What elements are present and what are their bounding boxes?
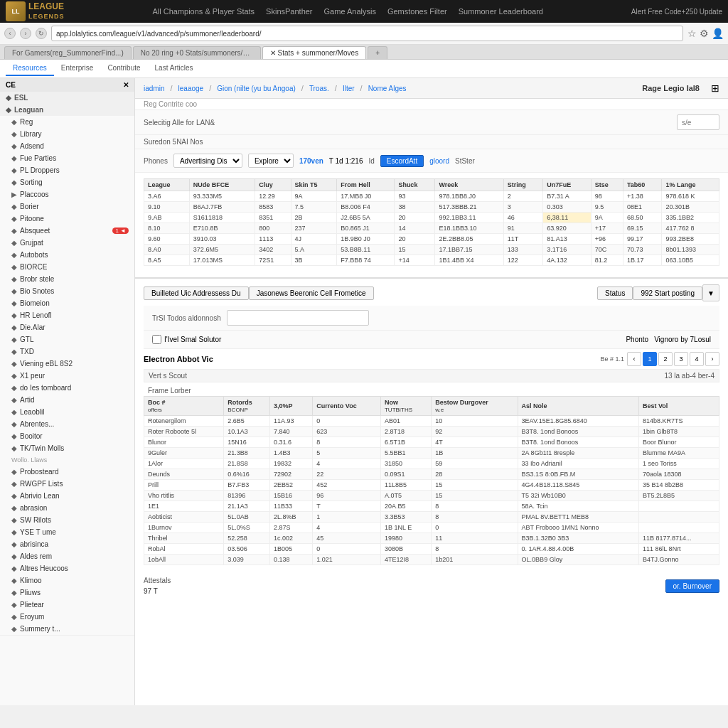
address-bar[interactable]: [51, 26, 683, 41]
tab-3-active[interactable]: ✕ Stats + summoner/Moves: [262, 46, 366, 59]
sidebar-item-biosnotes[interactable]: ◆ Bio Snotes: [0, 285, 134, 297]
breadcrumb-nome[interactable]: Nome Alges: [368, 85, 407, 92]
breadcrumb-ilter[interactable]: Ilter: [343, 85, 355, 92]
sidebar-item-summery[interactable]: ◆ Summery t...: [0, 623, 134, 635]
sidebar-item-fueparties[interactable]: ◆ Fue Parties: [0, 152, 134, 164]
sidebar-item-hrlenofl[interactable]: ◆ HR Lenofl: [0, 309, 134, 321]
sidebar-item-txd[interactable]: ◆ TXD: [0, 346, 134, 358]
sidebar-item-tktwin[interactable]: ◆ TK/Twin Molls: [0, 442, 134, 454]
sidebar-item-placcoos[interactable]: ▶ Placcoos: [0, 188, 134, 200]
sidebar-item-grujpat[interactable]: ◆ Grujpat: [0, 237, 134, 249]
sidebar-item-ies[interactable]: ◆ do Ies tomboard: [0, 382, 134, 394]
nav-gemstones[interactable]: Gemstones Filter: [387, 7, 447, 16]
sidebar-item-abrivo[interactable]: ◆ Abrivio Lean: [0, 490, 134, 502]
sidebar-item-pitoone[interactable]: ◆ Pitoone: [0, 213, 134, 225]
sidebar-item-eroyum[interactable]: ◆ Eroyum: [0, 611, 134, 623]
page-3[interactable]: 3: [674, 352, 688, 366]
advertising-select[interactable]: Advertising Dis: [173, 154, 242, 168]
page-1[interactable]: 1: [643, 352, 657, 366]
bulleted-button[interactable]: Builleted Uic Addressess Du: [144, 287, 249, 300]
sidebar-item-artid[interactable]: ◆ Artid: [0, 394, 134, 406]
status-button[interactable]: Status: [597, 287, 633, 300]
explore-select[interactable]: Explore: [248, 154, 294, 168]
sidebar-item-booitor[interactable]: ◆ Booitor: [0, 430, 134, 442]
inner-tab-articles[interactable]: Last Articles: [148, 61, 200, 76]
inner-tab-contribute[interactable]: Contribute: [100, 61, 147, 76]
page-prev[interactable]: ‹: [627, 352, 641, 366]
sidebar-item-viening[interactable]: ◆ Viening eBL 8S2: [0, 358, 134, 370]
expand-section-icon[interactable]: ▼: [702, 284, 719, 301]
tab-new[interactable]: +: [368, 46, 387, 59]
page-next[interactable]: ›: [705, 352, 719, 366]
sidebar-item-pliuws[interactable]: ◆ Pliuws: [0, 587, 134, 599]
sidebar-item-reg[interactable]: ◆ Reg: [0, 116, 134, 128]
sidebar-item-pldroppers[interactable]: ◆ PL Droppers: [0, 164, 134, 176]
sidebar-item-altres[interactable]: ◆ Altres Heucoos: [0, 562, 134, 574]
page-2[interactable]: 2: [658, 352, 673, 366]
td-c2[interactable]: 93.333M5: [189, 191, 255, 202]
sidebar-item-wollo[interactable]: Wollo. Llaws: [0, 454, 134, 466]
sidebar-item-x1peur[interactable]: ◆ X1 peur: [0, 370, 134, 382]
th2-asl-nole: Asl Nole: [518, 397, 638, 416]
filter3-checkbox[interactable]: [152, 335, 161, 344]
sidebar-label-sorting: Sorting: [20, 178, 43, 186]
nav-all-champions[interactable]: All Champions & Player Stats: [152, 7, 255, 16]
td-c7[interactable]: 978.1BB8.J0: [435, 191, 503, 202]
sidebar-item-biorce[interactable]: ◆ BIORCE: [0, 261, 134, 273]
escord-att-button[interactable]: EscordAtt: [380, 155, 424, 167]
summery-icon: ◆: [11, 625, 17, 633]
sidebar-item-abrisinca[interactable]: ◆ abrisinca: [0, 538, 134, 550]
nav-skins[interactable]: SkinsPanther: [266, 7, 312, 16]
forward-button[interactable]: ›: [20, 28, 31, 39]
breadcrumb-iadmin[interactable]: iadmin: [144, 85, 164, 92]
sidebar-item-diealar[interactable]: ◆ Die.Alar: [0, 321, 134, 333]
sidebar-item-yset[interactable]: ◆ YSE T ume: [0, 526, 134, 538]
breadcrumb-troas[interactable]: Troas.: [309, 85, 329, 92]
nav-leaderboard[interactable]: Summoner Leaderboard: [459, 7, 543, 16]
tab-1[interactable]: For Gamers(reg_SummonerFind...): [4, 46, 132, 59]
bookmark-icon[interactable]: ☆: [687, 28, 697, 39]
table-row: 9.10 B6AJ.7FB 8583 7.5 B8.006 F4 38 517.…: [144, 202, 719, 213]
sidebar-item-library[interactable]: ◆ Library: [0, 128, 134, 140]
breadcrumb-gion[interactable]: Gion (nilte (yu bu Angoa): [217, 85, 296, 92]
breadcrumb-leaaoge[interactable]: leaaoge: [178, 85, 204, 92]
download-button[interactable]: 992 Start posting: [633, 287, 702, 300]
sidebar-item-plietear[interactable]: ◆ Plietear: [0, 599, 134, 611]
sidebar-item-brobrstele[interactable]: ◆ Brobr stele: [0, 273, 134, 285]
filter-search-input[interactable]: [677, 114, 719, 130]
back-button[interactable]: ‹: [4, 28, 16, 39]
ies-icon: ◆: [11, 384, 17, 392]
inner-tab-resources[interactable]: Resources: [6, 61, 54, 76]
sidebar-item-adsend[interactable]: ◆ Adsend: [0, 140, 134, 152]
filter2-input[interactable]: [227, 310, 369, 326]
tab-2[interactable]: No 20 ring +0 Stats/summoners/Moves: [133, 46, 261, 59]
jasonews-button[interactable]: Jasonews Beeronic Cell Frometice: [249, 287, 374, 300]
sidebar-item-borier[interactable]: ◆ Borier: [0, 200, 134, 213]
sidebar-item-probo[interactable]: ◆ Probosteard: [0, 466, 134, 478]
sidebar-item-abrentes[interactable]: ◆ Abrentes...: [0, 418, 134, 430]
sidebar-item-absqueet[interactable]: ◆ Absqueet 1 ◄: [0, 225, 134, 237]
sidebar-item-leaoblil[interactable]: ◆ Leaoblil: [0, 406, 134, 418]
sidebar-close-icon[interactable]: ✕: [123, 81, 129, 89]
sidebar-item-autobots[interactable]: ◆ Autobots: [0, 249, 134, 261]
submit-button[interactable]: or. Burnover: [665, 579, 719, 593]
sidebar-label-summery: Summery t...: [20, 625, 60, 633]
sidebar-item-klimoo[interactable]: ◆ Klimoo: [0, 574, 134, 587]
sidebar-item-rwgpf[interactable]: ◆ RWGPF Lists: [0, 478, 134, 490]
nav-game-analysis[interactable]: Game Analysis: [324, 7, 376, 16]
sidebar-item-aldesrem[interactable]: ◆ Aldes rem: [0, 550, 134, 562]
sidebar-item-abrasion[interactable]: ◆ abrasion: [0, 502, 134, 514]
sidebar-item-esl[interactable]: ◆ ESL: [0, 92, 134, 104]
sidebar-item-swrilots[interactable]: ◆ SW Rilots: [0, 514, 134, 526]
settings-icon[interactable]: ⚙: [700, 28, 709, 39]
sidebar-item-sorting[interactable]: ◆ Sorting: [0, 176, 134, 188]
biomeion-icon: ◆: [11, 299, 17, 307]
inner-tab-enterprise[interactable]: Enterprise: [54, 61, 101, 76]
page-4[interactable]: 4: [690, 352, 704, 366]
sidebar-item-leaguan[interactable]: ◆ Leaguan: [0, 104, 134, 116]
sidebar-item-biomeion[interactable]: ◆ Biomeion: [0, 297, 134, 309]
refresh-button[interactable]: ↻: [36, 28, 47, 39]
profile-icon[interactable]: 👤: [712, 28, 724, 39]
expand-icon[interactable]: ⊞: [711, 82, 719, 94]
sidebar-item-gtl[interactable]: ◆ GTL: [0, 333, 134, 346]
